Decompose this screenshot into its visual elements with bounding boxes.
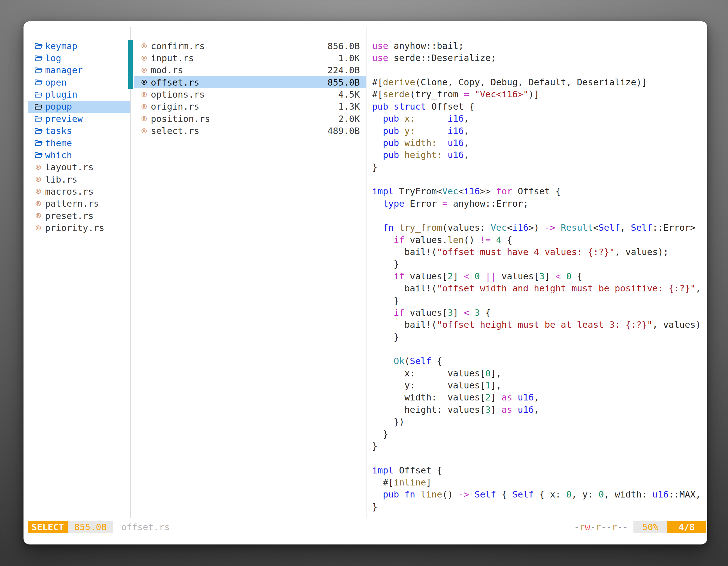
file-item-preset.rs[interactable]: ®preset.rs <box>28 210 130 222</box>
item-label: manager <box>45 65 83 76</box>
open-folder-icon <box>34 66 43 75</box>
item-label: offset.rs <box>151 77 199 88</box>
code-line: use anyhow::bail; <box>372 40 702 52</box>
code-line: if values.len() != 4 { <box>372 234 702 246</box>
file-item-position.rs[interactable]: ®position.rs2.0K <box>134 113 366 125</box>
file-item-mod.rs[interactable]: ®mod.rs224.0B <box>134 64 366 76</box>
dir-item-open[interactable]: open <box>28 76 130 88</box>
parent-list: keymap log manager open plugin popup pre… <box>28 40 130 234</box>
file-item-lib.rs[interactable]: ®lib.rs <box>28 173 130 186</box>
file-item-macros.rs[interactable]: ®macros.rs <box>28 186 130 198</box>
code-line: bail!("offset height must be at least 3:… <box>372 319 702 331</box>
scroll-percent-badge: 50% <box>633 521 667 533</box>
item-label: log <box>45 53 61 64</box>
code-line: type Error = anyhow::Error; <box>372 198 702 210</box>
file-size-badge: 855.0B <box>68 521 114 533</box>
item-label: preview <box>45 114 83 124</box>
rust-gear-icon: ® <box>139 54 149 63</box>
code-line: } <box>372 501 702 513</box>
parent-pane: keymap log manager open plugin popup pre… <box>28 40 130 234</box>
status-bar: SELECT 855.0B offset.rs -rw-r--r-- 50% 4… <box>28 521 706 533</box>
item-label: mod.rs <box>151 65 183 76</box>
code-line <box>372 64 702 76</box>
code-line: Ok(Self { <box>372 355 702 367</box>
code-line: pub fn line() -> Self { Self { x: 0, y: … <box>372 488 702 501</box>
code-line: } <box>372 331 702 343</box>
code-line: bail!("offset must have 4 values: {:?}",… <box>372 246 702 258</box>
open-folder-icon <box>34 102 43 111</box>
dir-item-which[interactable]: which <box>28 149 130 161</box>
open-folder-icon <box>34 139 43 147</box>
dir-item-tasks[interactable]: tasks <box>28 125 130 137</box>
code-line <box>372 452 702 464</box>
file-item-offset.rs[interactable]: ®offset.rs855.0B <box>134 76 366 88</box>
code-line: height: values[3] as u16, <box>372 404 702 416</box>
dir-item-popup[interactable]: popup <box>28 101 130 113</box>
code-line: y: values[1], <box>372 379 702 391</box>
file-size: 1.0K <box>338 53 366 64</box>
current-pane: ®confirm.rs856.0B®input.rs1.0K®mod.rs224… <box>134 40 366 137</box>
rust-gear-icon: ® <box>34 224 43 233</box>
item-label: open <box>45 77 67 88</box>
item-label: tasks <box>45 126 72 136</box>
rust-gear-icon: ® <box>34 212 43 220</box>
rust-gear-icon: ® <box>139 102 149 111</box>
dir-item-theme[interactable]: theme <box>28 137 130 149</box>
permissions-text: -rw-r--r-- <box>574 522 628 532</box>
code-line: width: values[2] as u16, <box>372 391 702 403</box>
code-line: impl Offset { <box>372 464 702 476</box>
open-folder-icon <box>34 42 43 50</box>
pane-divider <box>367 27 367 518</box>
yazi-file-manager-window: keymap log manager open plugin popup pre… <box>24 21 707 544</box>
file-size: 224.0B <box>327 65 366 76</box>
code-line: pub width: u16, <box>372 137 702 149</box>
code-line: if values[3] < 3 { <box>372 307 702 319</box>
file-item-layout.rs[interactable]: ®layout.rs <box>28 161 130 173</box>
code-line: pub height: u16, <box>372 149 702 161</box>
rust-gear-icon: ® <box>139 127 149 135</box>
file-size: 856.0B <box>327 41 366 51</box>
file-item-confirm.rs[interactable]: ®confirm.rs856.0B <box>134 40 366 52</box>
file-item-pattern.rs[interactable]: ®pattern.rs <box>28 198 130 210</box>
dir-item-plugin[interactable]: plugin <box>28 88 130 100</box>
code-line: #[inline] <box>372 476 702 488</box>
code-line: #[serde(try_from = "Vec<i16>")] <box>372 88 702 100</box>
file-item-options.rs[interactable]: ®options.rs4.5K <box>134 88 366 100</box>
code-line: } <box>372 295 702 307</box>
item-label: which <box>45 150 72 161</box>
file-list: ®confirm.rs856.0B®input.rs1.0K®mod.rs224… <box>134 40 366 137</box>
file-size: 489.0B <box>327 126 366 136</box>
item-label: popup <box>45 101 72 112</box>
file-item-origin.rs[interactable]: ®origin.rs1.3K <box>134 101 366 113</box>
desktop-background: keymap log manager open plugin popup pre… <box>0 0 728 566</box>
code-line: if values[2] < 0 || values[3] < 0 { <box>372 271 702 283</box>
code-line: impl TryFrom<Vec<i16>> for Offset { <box>372 186 702 198</box>
open-folder-icon <box>34 54 43 63</box>
rust-gear-icon: ® <box>139 42 149 50</box>
open-folder-icon <box>34 151 43 159</box>
item-label: pattern.rs <box>45 198 99 209</box>
open-folder-icon <box>34 127 43 135</box>
file-size: 1.3K <box>338 101 366 112</box>
item-label: layout.rs <box>45 162 93 173</box>
dir-item-manager[interactable]: manager <box>28 64 130 76</box>
dir-item-log[interactable]: log <box>28 52 130 64</box>
rust-gear-icon: ® <box>34 175 43 184</box>
file-size: 4.5K <box>338 89 366 100</box>
open-folder-icon <box>34 90 43 99</box>
code-line: pub y: i16, <box>372 125 702 137</box>
code-line: } <box>372 428 702 440</box>
item-label: macros.rs <box>45 186 93 197</box>
rust-gear-icon: ® <box>139 66 149 75</box>
status-filename: offset.rs <box>121 522 170 532</box>
code-line: } <box>372 258 702 270</box>
file-item-priority.rs[interactable]: ®priority.rs <box>28 222 130 234</box>
file-item-select.rs[interactable]: ®select.rs489.0B <box>134 125 366 137</box>
file-item-input.rs[interactable]: ®input.rs1.0K <box>134 52 366 64</box>
code-line: } <box>372 161 702 173</box>
item-label: priority.rs <box>45 223 104 233</box>
dir-item-keymap[interactable]: keymap <box>28 40 130 52</box>
dir-item-preview[interactable]: preview <box>28 113 130 125</box>
code-line: } <box>372 440 702 452</box>
item-label: options.rs <box>151 89 205 100</box>
